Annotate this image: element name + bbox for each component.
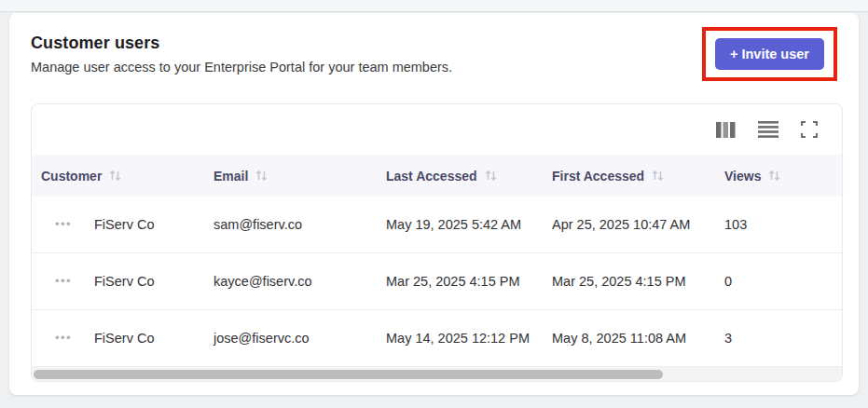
row-density-icon[interactable] (758, 121, 778, 138)
column-label: Customer (41, 169, 102, 184)
invite-user-button[interactable]: + Invite user (715, 38, 824, 70)
card-header: Customer users Manage user access to you… (31, 34, 840, 81)
column-header-views[interactable]: Views (724, 169, 842, 184)
cell-first-accessed: May 8, 2025 11:08 AM (552, 331, 724, 346)
horizontal-scrollbar-thumb[interactable] (34, 370, 663, 379)
cell-views: 103 (724, 217, 842, 232)
column-label: Last Accessed (386, 169, 477, 184)
cell-last-accessed: May 14, 2025 12:12 PM (386, 331, 552, 346)
table-header-row: Customer Email Last Accessed (32, 155, 842, 197)
row-actions-menu-icon[interactable]: ••• (32, 278, 94, 285)
column-header-customer[interactable]: Customer (32, 169, 214, 184)
customer-users-card: Customer users Manage user access to you… (9, 13, 859, 395)
horizontal-scrollbar-track[interactable] (32, 367, 842, 381)
users-table: Customer Email Last Accessed (31, 103, 843, 382)
sort-icon[interactable] (255, 170, 268, 182)
table-row: ••• FiServ Co sam@fiserv.co May 19, 2025… (32, 197, 842, 253)
page-subtitle: Manage user access to your Enterprise Po… (31, 60, 452, 75)
table-toolbar (32, 104, 842, 155)
page-title: Customer users (31, 34, 452, 53)
column-header-last-accessed[interactable]: Last Accessed (386, 169, 552, 184)
cell-customer: FiServ Co (94, 274, 214, 289)
table-row: ••• FiServ Co jose@fiservc.co May 14, 20… (32, 310, 842, 367)
column-label: Email (214, 169, 248, 184)
cell-customer: FiServ Co (94, 331, 214, 346)
cell-views: 3 (724, 331, 842, 346)
fullscreen-icon[interactable] (801, 121, 818, 138)
sort-icon[interactable] (652, 170, 664, 182)
invite-user-highlight-box: + Invite user (702, 27, 837, 81)
column-header-email[interactable]: Email (214, 169, 386, 184)
row-actions-menu-icon[interactable]: ••• (32, 221, 94, 228)
top-strip (0, 0, 868, 12)
column-header-first-accessed[interactable]: First Accessed (552, 169, 724, 184)
cell-last-accessed: May 19, 2025 5:42 AM (386, 217, 552, 232)
cell-customer: FiServ Co (94, 217, 214, 232)
sort-icon[interactable] (485, 170, 497, 182)
title-block: Customer users Manage user access to you… (31, 34, 452, 75)
sort-icon[interactable] (768, 170, 780, 182)
table-row: ••• FiServ Co kayce@fiserv.co Mar 25, 20… (32, 253, 842, 310)
cell-last-accessed: Mar 25, 2025 4:15 PM (386, 274, 552, 289)
cell-views: 0 (724, 274, 842, 289)
row-actions-menu-icon[interactable]: ••• (32, 334, 94, 342)
column-label: Views (724, 169, 761, 184)
cell-first-accessed: Apr 25, 2025 10:47 AM (552, 217, 724, 232)
cell-email: kayce@fiserv.co (214, 274, 386, 289)
columns-icon[interactable] (716, 122, 736, 138)
cell-first-accessed: Mar 25, 2025 4:15 PM (552, 274, 724, 289)
cell-email: sam@fiserv.co (214, 217, 386, 232)
column-label: First Accessed (552, 169, 644, 184)
sort-icon[interactable] (109, 170, 121, 182)
cell-email: jose@fiservc.co (214, 331, 386, 346)
